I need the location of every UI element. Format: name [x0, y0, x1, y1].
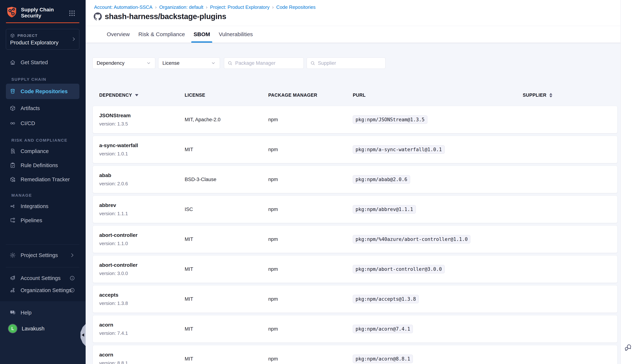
table-row: abbrev version: 1.1.1 ISC npm pkg:npm/ab… [93, 196, 617, 223]
document-search-icon [10, 148, 16, 154]
package-manager-cell: npm [268, 296, 353, 302]
sidebar-item-remediation-tracker[interactable]: Remediation Tracker [6, 173, 79, 186]
purl-chip: pkg:npm/a-sync-waterfall@1.0.1 [353, 145, 445, 154]
org-chart-gear-icon [10, 287, 16, 293]
license-cell: MIT, Apache-2.0 [185, 117, 268, 122]
box-wrench-icon [10, 176, 16, 182]
column-header-package-manager: PACKAGE MANAGER [268, 92, 353, 98]
package-manager-cell: npm [268, 177, 353, 182]
table-row: a-sync-waterfall version: 1.0.1 MIT npm … [93, 136, 617, 163]
package-manager-cell: npm [268, 266, 353, 272]
sidebar-item-get-started[interactable]: Get Started [6, 56, 79, 69]
license-cell: MIT [185, 266, 268, 272]
breadcrumb-project[interactable]: Project: Product Exploratory [210, 4, 270, 10]
dependency-name: abab [99, 172, 185, 178]
tab-overview[interactable]: Overview [107, 26, 130, 42]
table-body: JSONStream version: 1.3.5 MIT, Apache-2.… [93, 106, 617, 364]
tab-vulnerabilities[interactable]: Vulnerabilities [219, 26, 253, 42]
clipboard-check-icon [10, 162, 16, 168]
license-cell: MIT [185, 356, 268, 362]
column-header-supplier[interactable]: SUPPLIER [523, 92, 613, 98]
package-manager-cell: npm [268, 147, 353, 152]
sidebar-footer: ? Help L Lavakush [0, 301, 86, 364]
table-row: abort-controller version: 1.1.0 MIT npm … [93, 226, 617, 253]
column-header-dependency[interactable]: DEPENDENCY [99, 92, 185, 98]
package-manager-search [224, 58, 304, 69]
dependency-version: version: 1.1.1 [99, 211, 185, 216]
purl-chip: pkg:npm/JSONStream@1.3.5 [353, 116, 427, 124]
avatar: L [9, 324, 17, 333]
gear-icon [10, 252, 16, 258]
feedback-chat-icon[interactable] [623, 343, 633, 352]
purl-chip: pkg:npm/abab@2.0.6 [353, 175, 410, 184]
info-icon[interactable] [69, 276, 75, 281]
dependency-name: abort-controller [99, 232, 185, 238]
sbom-panel: Dependency License DEPENDENCY LI [86, 42, 620, 364]
app-logo: Supply Chain Security [6, 6, 60, 19]
project-name: Product Exploratory [10, 40, 58, 46]
package-manager-input[interactable] [235, 60, 300, 66]
dependency-name: a-sync-waterfall [99, 142, 185, 148]
home-icon [10, 59, 16, 66]
dependency-version: version: 1.3.5 [99, 121, 185, 127]
sidebar-item-help[interactable]: ? Help [6, 306, 79, 319]
info-icon[interactable] [69, 288, 75, 293]
breadcrumb: Account: Automation-SSCA › Organization:… [94, 4, 316, 10]
supplier-input[interactable] [318, 60, 382, 66]
table-row: acorn version: 7.4.1 MIT npm pkg:npm/aco… [93, 316, 617, 342]
dependency-version: version: 1.1.0 [99, 241, 185, 246]
right-rail [620, 0, 635, 364]
tab-sbom[interactable]: SBOM [193, 26, 210, 42]
sidebar-item-account-settings[interactable]: Account Settings [6, 272, 79, 285]
layers-gear-icon [10, 275, 16, 281]
license-cell: ISC [185, 206, 268, 212]
license-cell: BSD-3-Clause [185, 177, 268, 182]
table-row: abort-controller version: 3.0.0 MIT npm … [93, 256, 617, 283]
cube-icon [10, 33, 15, 38]
sort-both-icon [549, 93, 552, 98]
sidebar-item-cicd[interactable]: CI/CD [6, 117, 79, 130]
sidebar-item-artifacts[interactable]: Artifacts [6, 102, 79, 115]
sort-desc-icon [135, 94, 138, 96]
sidebar-item-code-repositories[interactable]: Code Repositories [6, 84, 79, 99]
dependency-version: version: 8.8.1 [99, 360, 185, 364]
column-header-license: LICENSE [185, 92, 268, 98]
license-cell: MIT [185, 147, 268, 152]
breadcrumb-code-repositories[interactable]: Code Repositories [276, 4, 316, 10]
search-icon [228, 60, 233, 66]
table-row: abab version: 2.0.6 BSD-3-Clause npm pkg… [93, 166, 617, 193]
app-switcher-grid-icon[interactable] [68, 10, 76, 17]
dependency-filter-dropdown[interactable]: Dependency [92, 58, 155, 69]
tab-risk-compliance[interactable]: Risk & Compliance [138, 26, 185, 42]
chevron-down-icon [146, 61, 151, 66]
license-filter-dropdown[interactable]: License [158, 58, 220, 69]
breadcrumb-account[interactable]: Account: Automation-SSCA [94, 4, 152, 10]
project-selector[interactable]: PROJECT Product Exploratory [6, 29, 79, 50]
brand-divider [6, 22, 79, 23]
purl-chip: pkg:npm/abbrev@1.1.1 [353, 205, 416, 214]
package-manager-cell: npm [268, 356, 353, 362]
chevron-right-icon [69, 252, 75, 258]
sidebar-item-rule-definitions[interactable]: Rule Definitions [6, 159, 79, 172]
sidebar-item-compliance[interactable]: Compliance [6, 144, 79, 158]
table-row: acorn version: 8.8.1 MIT npm pkg:npm/aco… [93, 345, 617, 364]
code-repository-icon [10, 88, 16, 94]
sidebar-item-pipelines[interactable]: Pipelines [6, 214, 79, 227]
user-menu[interactable]: L Lavakush [6, 322, 79, 335]
breadcrumb-organization[interactable]: Organization: default [159, 4, 203, 10]
license-cell: MIT [185, 236, 268, 242]
table-row: JSONStream version: 1.3.5 MIT, Apache-2.… [93, 106, 617, 133]
dependency-version: version: 2.0.6 [99, 181, 185, 186]
breadcrumb-separator: › [203, 4, 210, 10]
main-area: Account: Automation-SSCA › Organization:… [86, 0, 635, 364]
sidebar-item-project-settings[interactable]: Project Settings [6, 248, 79, 262]
section-supply-chain: SUPPLY CHAIN [12, 77, 46, 82]
project-label: PROJECT [18, 34, 38, 38]
package-manager-cell: npm [268, 236, 353, 242]
shield-logo-icon [6, 6, 18, 18]
sidebar-item-integrations[interactable]: Integrations [6, 200, 79, 213]
tab-bar: Overview Risk & Compliance SBOM Vulnerab… [86, 26, 620, 42]
chevron-right-icon [71, 36, 76, 42]
page-title: shash-harness/backstage-plugins [105, 12, 226, 21]
sidebar-item-organization-settings[interactable]: Organization Settings [6, 284, 79, 297]
